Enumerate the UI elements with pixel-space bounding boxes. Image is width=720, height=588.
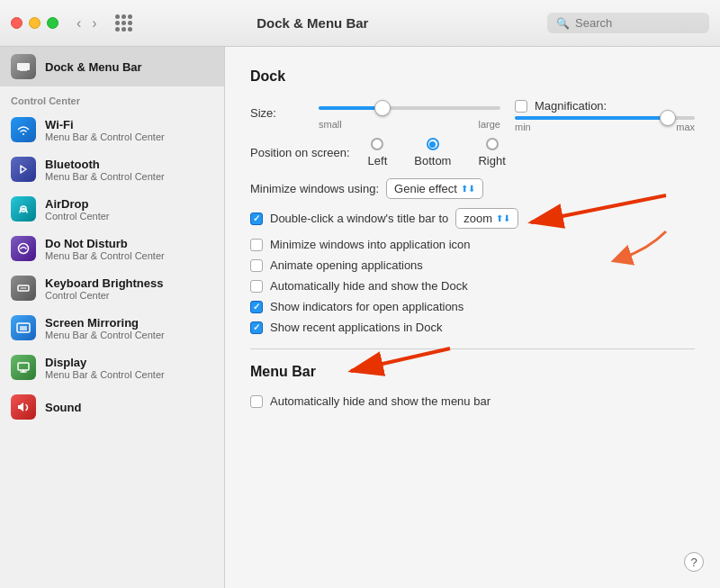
bluetooth-text: Bluetooth Menu Bar & Control Center — [45, 158, 165, 182]
position-bottom-label: Bottom — [414, 154, 451, 167]
position-row: Position on screen: Left Bottom Right — [250, 138, 695, 167]
search-box[interactable]: 🔍 — [547, 13, 709, 33]
display-title: Display — [45, 356, 165, 369]
keyboard-brightness-subtitle: Control Center — [45, 290, 163, 301]
magnification-checkbox[interactable] — [515, 100, 527, 113]
position-bottom[interactable]: Bottom — [414, 138, 451, 167]
sound-text: Sound — [45, 401, 81, 414]
size-small-label: small — [319, 119, 342, 130]
wifi-title: Wi-Fi — [45, 118, 165, 131]
animate-label: Animate opening applications — [270, 258, 423, 272]
position-options: Left Bottom Right — [368, 138, 506, 167]
svg-rect-9 — [18, 363, 29, 370]
search-input[interactable] — [575, 16, 701, 30]
wifi-icon — [11, 117, 36, 142]
sidebar-item-do-not-disturb[interactable]: Do Not Disturb Menu Bar & Control Center — [0, 229, 224, 268]
minimize-label: Minimize windows using: — [250, 182, 379, 195]
minimize-effect-value: Genie effect — [394, 182, 457, 195]
sidebar-item-display[interactable]: Display Menu Bar & Control Center — [0, 348, 224, 387]
sidebar-item-dock-menu-bar[interactable]: Dock & Menu Bar — [0, 47, 224, 86]
keyboard-brightness-icon — [11, 276, 36, 301]
size-slider-container: small large — [319, 99, 500, 130]
sound-title: Sound — [45, 401, 81, 414]
position-bottom-radio[interactable] — [427, 138, 439, 150]
show-recent-checkbox[interactable] — [250, 321, 263, 334]
size-slider[interactable] — [319, 99, 500, 117]
screen-mirroring-subtitle: Menu Bar & Control Center — [45, 330, 165, 340]
position-left[interactable]: Left — [368, 138, 388, 167]
display-icon — [11, 355, 36, 380]
animate-checkbox[interactable] — [250, 259, 263, 272]
auto-hide-checkbox[interactable] — [250, 280, 263, 293]
select-arrow-icon: ⬆⬇ — [461, 184, 475, 194]
show-recent-label: Show recent applications in Dock — [270, 321, 443, 334]
bluetooth-subtitle: Menu Bar & Control Center — [45, 171, 165, 182]
auto-hide-label: Automatically hide and show the Dock — [270, 279, 468, 293]
minimize-icon-checkbox[interactable] — [250, 239, 263, 251]
mag-min-label: min — [515, 122, 531, 132]
main-layout: Dock & Menu Bar Control Center Wi-Fi Men… — [0, 47, 720, 588]
bluetooth-title: Bluetooth — [45, 158, 165, 171]
dnd-icon — [11, 236, 36, 261]
size-large-label: large — [479, 119, 500, 130]
display-subtitle: Menu Bar & Control Center — [45, 369, 165, 380]
sidebar-item-bluetooth[interactable]: Bluetooth Menu Bar & Control Center — [0, 149, 224, 189]
minimize-row: Minimize windows using: Genie effect ⬆⬇ — [250, 178, 695, 199]
auto-hide-menu-checkbox[interactable] — [250, 395, 263, 408]
screen-mirroring-icon — [11, 315, 36, 340]
dock-menu-bar-text: Dock & Menu Bar — [45, 60, 142, 74]
maximize-button[interactable] — [47, 17, 58, 29]
svg-rect-8 — [20, 326, 27, 330]
position-label: Position on screen: — [250, 146, 350, 159]
position-right[interactable]: Right — [478, 138, 505, 167]
content-area: Dock Size: small large — [225, 47, 720, 588]
checkboxes-container: Minimize windows into application icon A… — [250, 238, 695, 334]
help-button[interactable]: ? — [684, 552, 704, 572]
checkbox-auto-hide-menu: Automatically hide and show the menu bar — [250, 394, 695, 408]
minimize-icon-label: Minimize windows into application icon — [270, 238, 471, 251]
traffic-lights — [11, 17, 58, 29]
dbl-click-label: Double-click a window's title bar to — [270, 212, 448, 225]
search-icon: 🔍 — [556, 17, 570, 30]
menu-bar-section-title: Menu Bar — [250, 364, 695, 380]
checkbox-show-indicators: Show indicators for open applications — [250, 300, 695, 313]
checkbox-auto-hide: Automatically hide and show the Dock — [250, 279, 695, 293]
back-button[interactable]: ‹ — [73, 14, 85, 33]
show-indicators-checkbox[interactable] — [250, 301, 263, 313]
sidebar: Dock & Menu Bar Control Center Wi-Fi Men… — [0, 47, 225, 588]
svg-point-4 — [19, 244, 29, 254]
svg-rect-0 — [17, 63, 30, 70]
minimize-button[interactable] — [29, 17, 40, 29]
svg-rect-1 — [20, 69, 27, 71]
sidebar-item-airdrop[interactable]: AirDrop Control Center — [0, 189, 224, 229]
zoom-select[interactable]: zoom ⬆⬇ — [455, 208, 518, 229]
checkbox-animate: Animate opening applications — [250, 258, 695, 272]
bluetooth-icon — [11, 157, 36, 182]
dbl-click-checkbox[interactable] — [250, 213, 263, 225]
dock-section-title: Dock — [250, 68, 695, 85]
size-row: Size: small large Magnification — [250, 99, 695, 132]
size-label: Size: — [250, 106, 276, 120]
close-button[interactable] — [11, 17, 22, 29]
sidebar-item-screen-mirroring[interactable]: Screen Mirroring Menu Bar & Control Cent… — [0, 308, 224, 348]
sidebar-item-keyboard-brightness[interactable]: Keyboard Brightness Control Center — [0, 268, 224, 308]
keyboard-brightness-title: Keyboard Brightness — [45, 276, 163, 290]
magnification-label: Magnification: — [535, 99, 607, 113]
display-text: Display Menu Bar & Control Center — [45, 356, 165, 380]
airdrop-title: AirDrop — [45, 197, 110, 211]
sidebar-item-wifi[interactable]: Wi-Fi Menu Bar & Control Center — [0, 110, 224, 149]
screen-mirroring-title: Screen Mirroring — [45, 316, 165, 330]
minimize-effect-select[interactable]: Genie effect ⬆⬇ — [386, 178, 483, 199]
screen-mirroring-text: Screen Mirroring Menu Bar & Control Cent… — [45, 316, 165, 340]
magnification-container: Magnification: min max — [515, 99, 695, 132]
magnification-slider[interactable] — [515, 116, 695, 120]
sound-icon — [11, 394, 36, 420]
sidebar-item-sound[interactable]: Sound — [0, 387, 224, 427]
checkbox-show-recent: Show recent applications in Dock — [250, 321, 695, 334]
sidebar-section-label: Control Center — [0, 86, 224, 110]
position-right-radio[interactable] — [486, 138, 499, 150]
airdrop-icon — [11, 196, 36, 222]
zoom-select-value: zoom — [464, 212, 492, 225]
position-left-radio[interactable] — [371, 138, 383, 150]
position-left-label: Left — [368, 154, 388, 167]
